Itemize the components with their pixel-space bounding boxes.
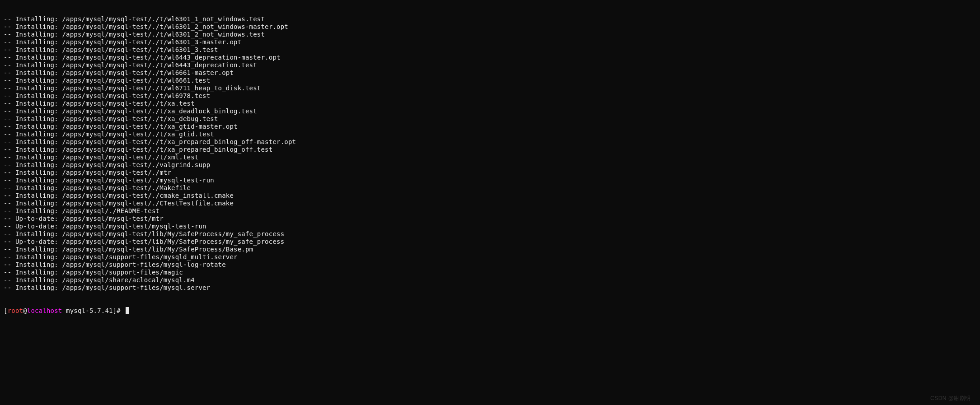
output-line: -- Installing: /apps/mysql/mysql-test/li…: [4, 230, 976, 238]
prompt-user: root: [8, 307, 23, 314]
output-line: -- Installing: /apps/mysql/mysql-test/./…: [4, 177, 976, 184]
output-line: -- Installing: /apps/mysql/mysql-test/./…: [4, 69, 976, 77]
output-line: -- Installing: /apps/mysql/mysql-test/./…: [4, 184, 976, 192]
output-line: -- Installing: /apps/mysql/./README-test: [4, 207, 976, 215]
output-line: -- Installing: /apps/mysql/mysql-test/./…: [4, 123, 976, 130]
output-line: -- Installing: /apps/mysql/mysql-test/./…: [4, 92, 976, 100]
prompt-bracket-open: [: [4, 307, 8, 314]
output-line: -- Installing: /apps/mysql/share/aclocal…: [4, 276, 976, 284]
prompt-sep: [62, 307, 66, 314]
output-line: -- Installing: /apps/mysql/support-files…: [4, 253, 976, 261]
output-line: -- Installing: /apps/mysql/mysql-test/./…: [4, 154, 976, 161]
output-line: -- Installing: /apps/mysql/mysql-test/./…: [4, 169, 976, 177]
prompt-close: ]#: [113, 307, 125, 314]
prompt-at: @: [23, 307, 27, 314]
shell-prompt[interactable]: [root@localhost mysql-5.7.41]#: [4, 307, 976, 315]
output-line: -- Installing: /apps/mysql/mysql-test/./…: [4, 107, 976, 115]
watermark-text: CSDN @谢剧明: [930, 395, 971, 402]
output-line: -- Installing: /apps/mysql/mysql-test/./…: [4, 31, 976, 38]
output-line: -- Installing: /apps/mysql/mysql-test/./…: [4, 192, 976, 200]
output-line: -- Up-to-date: /apps/mysql/mysql-test/li…: [4, 238, 976, 246]
output-line: -- Installing: /apps/mysql/mysql-test/./…: [4, 46, 976, 54]
output-line: -- Installing: /apps/mysql/support-files…: [4, 269, 976, 276]
output-line: -- Installing: /apps/mysql/mysql-test/./…: [4, 61, 976, 69]
output-line: -- Installing: /apps/mysql/mysql-test/./…: [4, 77, 976, 84]
output-line: -- Up-to-date: /apps/mysql/mysql-test/my…: [4, 223, 976, 230]
output-line: -- Installing: /apps/mysql/support-files…: [4, 284, 976, 292]
output-line: -- Installing: /apps/mysql/mysql-test/./…: [4, 54, 976, 61]
terminal-output[interactable]: -- Installing: /apps/mysql/mysql-test/./…: [4, 0, 976, 405]
prompt-dir: mysql-5.7.41: [66, 307, 113, 314]
output-line: -- Up-to-date: /apps/mysql/mysql-test/mt…: [4, 215, 976, 223]
output-line: -- Installing: /apps/mysql/mysql-test/./…: [4, 100, 976, 107]
output-line: -- Installing: /apps/mysql/mysql-test/./…: [4, 84, 976, 92]
cursor-icon: [126, 307, 129, 314]
output-line: -- Installing: /apps/mysql/mysql-test/./…: [4, 146, 976, 154]
output-line: -- Installing: /apps/mysql/mysql-test/./…: [4, 161, 976, 169]
output-line: -- Installing: /apps/mysql/mysql-test/./…: [4, 115, 976, 123]
output-line: -- Installing: /apps/mysql/support-files…: [4, 261, 976, 269]
output-lines: -- Installing: /apps/mysql/mysql-test/./…: [4, 15, 976, 292]
output-line: -- Installing: /apps/mysql/mysql-test/./…: [4, 23, 976, 31]
output-line: -- Installing: /apps/mysql/mysql-test/./…: [4, 200, 976, 207]
prompt-host: localhost: [27, 307, 62, 314]
output-line: -- Installing: /apps/mysql/mysql-test/./…: [4, 130, 976, 138]
output-line: -- Installing: /apps/mysql/mysql-test/./…: [4, 38, 976, 46]
output-line: -- Installing: /apps/mysql/mysql-test/./…: [4, 15, 976, 23]
output-line: -- Installing: /apps/mysql/mysql-test/./…: [4, 138, 976, 146]
output-line: -- Installing: /apps/mysql/mysql-test/li…: [4, 246, 976, 253]
